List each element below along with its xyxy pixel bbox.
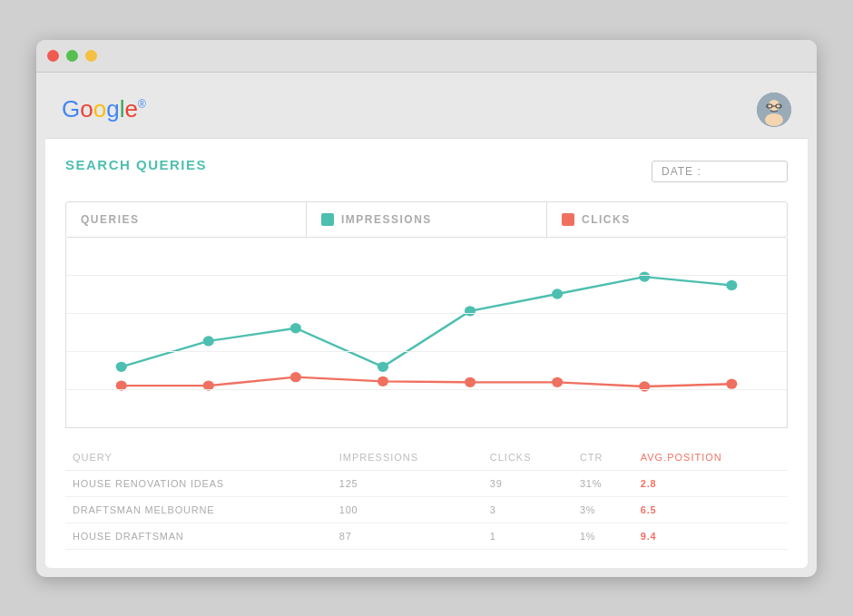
tab-clicks-label: CLICKS bbox=[582, 213, 631, 226]
clicks-dot bbox=[465, 376, 476, 386]
table-row: HOUSE DRAFTSMAN 87 1 1% 9.4 bbox=[65, 523, 788, 549]
grid-line bbox=[66, 275, 787, 276]
grid-line bbox=[66, 389, 787, 390]
cell-query: HOUSE RENOVATION IDEAS bbox=[65, 470, 332, 496]
maximize-button[interactable] bbox=[85, 50, 97, 62]
col-ctr: CTR bbox=[573, 446, 633, 471]
tabs-row: QUERIES IMPRESSIONS CLICKS bbox=[65, 201, 788, 238]
chart-container bbox=[65, 238, 788, 428]
grid-line bbox=[66, 351, 787, 352]
tab-impressions-label: IMPRESSIONS bbox=[341, 213, 432, 226]
date-filter[interactable] bbox=[652, 161, 788, 182]
tab-clicks[interactable]: CLICKS bbox=[547, 202, 787, 237]
col-avg-position: AVG.POSITION bbox=[633, 446, 788, 471]
chart-svg bbox=[66, 247, 787, 418]
table-row: DRAFTSMAN MELBOURNE 100 3 3% 6.5 bbox=[65, 496, 788, 523]
cell-avg-position: 9.4 bbox=[633, 523, 788, 549]
app-header: Google® bbox=[45, 82, 808, 139]
cell-impressions: 100 bbox=[332, 496, 483, 523]
impressions-dot bbox=[552, 288, 563, 298]
impressions-dot bbox=[377, 361, 388, 371]
table-row: HOUSE RENOVATION IDEAS 125 39 31% 2.8 bbox=[65, 470, 788, 496]
page-content: SEARCH QUERIES QUERIES IMPRESSIONS CLICK… bbox=[45, 139, 808, 568]
impressions-line bbox=[122, 277, 732, 367]
cell-ctr: 3% bbox=[573, 496, 633, 523]
clicks-icon bbox=[562, 213, 574, 226]
impressions-dot bbox=[639, 271, 650, 281]
clicks-dot bbox=[552, 376, 563, 386]
cell-impressions: 125 bbox=[332, 470, 483, 496]
cell-query: DRAFTSMAN MELBOURNE bbox=[65, 496, 332, 523]
cell-avg-position: 2.8 bbox=[633, 470, 788, 496]
app-window: Google® SEAR bbox=[36, 40, 817, 577]
avatar[interactable] bbox=[757, 93, 791, 127]
cell-ctr: 1% bbox=[573, 523, 633, 549]
cell-ctr: 31% bbox=[573, 470, 633, 496]
impressions-dot bbox=[465, 306, 476, 316]
cell-clicks: 39 bbox=[483, 470, 573, 496]
cell-clicks: 3 bbox=[483, 496, 573, 523]
minimize-button[interactable] bbox=[66, 50, 78, 62]
impressions-dot bbox=[726, 279, 737, 289]
impressions-dot bbox=[290, 323, 301, 333]
impressions-dot bbox=[116, 361, 127, 371]
tab-queries[interactable]: QUERIES bbox=[66, 202, 307, 237]
svg-point-1 bbox=[769, 100, 779, 111]
clicks-dot bbox=[290, 371, 301, 381]
grid-line bbox=[66, 313, 787, 314]
col-clicks: CLICKS bbox=[483, 446, 573, 471]
cell-impressions: 87 bbox=[332, 523, 483, 549]
col-query: QUERY bbox=[65, 446, 332, 471]
date-input[interactable] bbox=[652, 161, 788, 182]
cell-query: HOUSE DRAFTSMAN bbox=[65, 523, 332, 549]
google-logo: Google® bbox=[62, 95, 146, 123]
clicks-dot bbox=[726, 378, 737, 388]
main-content-wrapper: Google® SEAR bbox=[45, 82, 808, 568]
tab-impressions[interactable]: IMPRESSIONS bbox=[307, 202, 547, 237]
data-table: QUERY IMPRESSIONS CLICKS CTR AVG.POSITIO… bbox=[65, 446, 788, 550]
data-table-section: QUERY IMPRESSIONS CLICKS CTR AVG.POSITIO… bbox=[65, 446, 788, 550]
page-title: SEARCH QUERIES bbox=[65, 157, 207, 172]
cell-clicks: 1 bbox=[483, 523, 573, 549]
close-button[interactable] bbox=[47, 50, 59, 62]
cell-avg-position: 6.5 bbox=[633, 496, 788, 523]
tab-queries-label: QUERIES bbox=[81, 213, 140, 226]
impressions-icon bbox=[321, 213, 334, 226]
svg-point-2 bbox=[765, 113, 783, 126]
table-header-row: QUERY IMPRESSIONS CLICKS CTR AVG.POSITIO… bbox=[65, 446, 788, 471]
impressions-dot bbox=[203, 336, 214, 346]
clicks-dot bbox=[377, 376, 388, 386]
titlebar bbox=[36, 40, 817, 73]
col-impressions: IMPRESSIONS bbox=[332, 446, 483, 471]
